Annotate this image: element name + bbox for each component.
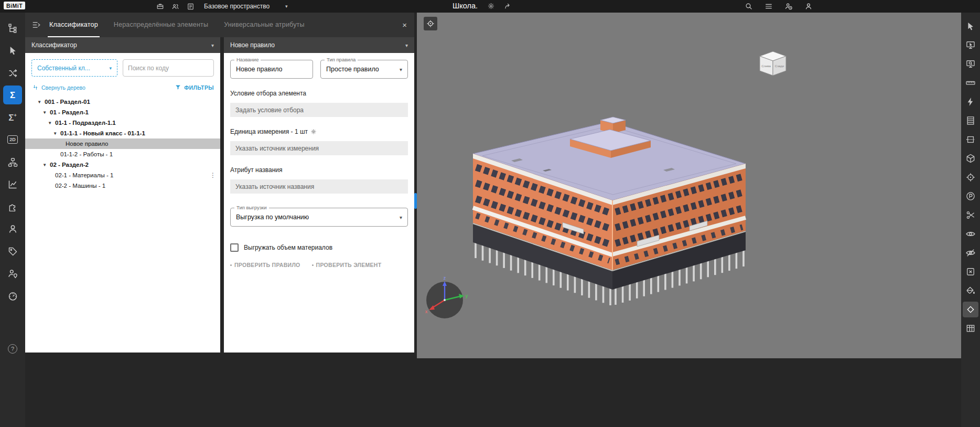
sidebar-structure-button[interactable] bbox=[3, 19, 22, 38]
tree-item[interactable]: ▾01 - Раздел-1 bbox=[25, 107, 220, 118]
paint-tool-button[interactable] bbox=[963, 283, 978, 298]
screen-zoom-tool-button[interactable] bbox=[963, 56, 978, 72]
sidebar-dashboard-button[interactable] bbox=[3, 286, 22, 305]
classifier-type-select[interactable]: Собственный кл... ▾ bbox=[31, 59, 117, 77]
classifier-panel-header[interactable]: Классификатор ▾ bbox=[25, 37, 220, 53]
model-cube-tool-button[interactable] bbox=[963, 151, 978, 166]
menu-icon[interactable] bbox=[764, 2, 773, 10]
classifier-panel-body: Собственный кл... ▾ Свернуть дерево ФИЛЬ… bbox=[25, 53, 220, 353]
briefcase-icon[interactable] bbox=[156, 3, 164, 10]
3d-viewport[interactable]: Слева Сзади z y x bbox=[417, 13, 961, 358]
code-search-input[interactable] bbox=[128, 65, 209, 72]
measure-tool-button[interactable] bbox=[963, 75, 978, 91]
check-element-button[interactable]: ПРОВЕРИТЬ ЭЛЕМЕНТ bbox=[312, 262, 382, 268]
table-tool-button[interactable] bbox=[963, 321, 978, 336]
locate-tool-button[interactable] bbox=[963, 169, 978, 185]
filters-button[interactable]: ФИЛЬТРЫ bbox=[175, 84, 214, 91]
select-tool-button[interactable] bbox=[963, 18, 978, 34]
hide-tool-button[interactable] bbox=[963, 245, 978, 261]
name-source-field[interactable]: Указать источник названия bbox=[230, 179, 408, 194]
row-menu-icon[interactable]: ⋮ bbox=[210, 172, 216, 179]
rule-type-select[interactable]: Тип правила Простое правило ▾ bbox=[320, 60, 408, 79]
user-history-icon[interactable] bbox=[784, 2, 793, 10]
rule-panel-body: Название Тип правила Простое правило ▾ У… bbox=[224, 53, 414, 353]
sidebar-scheme-button[interactable] bbox=[3, 153, 22, 172]
sidebar-tags-button[interactable] bbox=[3, 242, 22, 261]
focus-target-icon bbox=[426, 19, 435, 28]
sidebar-classifier-add-button[interactable]: Σ+ bbox=[3, 108, 22, 127]
materials-tool-button[interactable] bbox=[963, 302, 978, 317]
export-type-select[interactable]: Тип выгрузки Выгрузка по умолчанию ▾ bbox=[230, 208, 408, 227]
tree-item[interactable]: 02-1 - Материалы - 1⋮ bbox=[25, 170, 220, 180]
scrollbar-thumb[interactable] bbox=[414, 193, 417, 209]
sidebar-select-button[interactable] bbox=[3, 41, 22, 60]
tab-universal-attributes[interactable]: Универсальные атрибуты bbox=[216, 13, 313, 37]
clash-tool-button[interactable] bbox=[963, 94, 978, 110]
box-x-icon bbox=[965, 266, 976, 277]
tree-item[interactable]: ▾01-1-1 - Новый класс - 01-1-1 bbox=[25, 128, 220, 138]
app-logo[interactable]: BiMiT bbox=[4, 2, 25, 9]
account-icon[interactable] bbox=[804, 2, 813, 10]
classifier-type-value: Собственный кл... bbox=[37, 65, 90, 72]
unit-settings-gear-icon[interactable] bbox=[310, 129, 317, 135]
rule-name-field: Название bbox=[230, 60, 313, 79]
search-icon[interactable] bbox=[745, 2, 753, 10]
tab-classifier[interactable]: Классификатор bbox=[41, 13, 106, 37]
sidebar-classifier-button[interactable]: Σ bbox=[3, 86, 22, 104]
caret-down-icon[interactable]: ▾ bbox=[44, 162, 50, 167]
condition-field[interactable]: Задать условие отбора bbox=[230, 103, 408, 117]
caret-down-icon[interactable]: ▾ bbox=[54, 131, 60, 136]
unit-source-field[interactable]: Указать источник измерения bbox=[230, 141, 408, 155]
tree-item[interactable]: ▾02 - Раздел-2 bbox=[25, 159, 220, 170]
caret-down-icon[interactable]: ▾ bbox=[49, 120, 55, 125]
panel-menu-button[interactable] bbox=[31, 20, 41, 30]
check-rule-button[interactable]: ПРОВЕРИТЬ ПРАВИЛО bbox=[230, 262, 300, 268]
sidebar-plugins-button[interactable] bbox=[3, 197, 22, 216]
viewport-toolbar bbox=[961, 13, 980, 427]
tree-item[interactable]: ▾001 - Раздел-01 bbox=[25, 97, 220, 107]
focus-selection-button[interactable] bbox=[424, 17, 437, 30]
tree-item[interactable]: 01-1-2 - Работы - 1 bbox=[25, 149, 220, 159]
section-box-tool-button[interactable] bbox=[963, 132, 978, 147]
parking-tool-button[interactable] bbox=[963, 188, 978, 204]
close-icon[interactable]: × bbox=[402, 21, 407, 29]
caret-down-icon[interactable]: ▾ bbox=[38, 99, 45, 104]
gauge-icon bbox=[7, 291, 18, 302]
help-button[interactable]: ? bbox=[8, 344, 17, 354]
sidebar-charts-button[interactable] bbox=[3, 175, 22, 194]
screen-select-tool-button[interactable] bbox=[963, 37, 978, 53]
export-materials-checkbox[interactable] bbox=[230, 243, 239, 252]
tree-item[interactable]: 02-2 - Машины - 1 bbox=[25, 180, 220, 191]
deselect-tool-button[interactable] bbox=[963, 264, 978, 280]
rule-type-label: Тип правила bbox=[325, 57, 358, 62]
tree-structure-icon bbox=[7, 23, 18, 34]
sidebar-user-location-button[interactable] bbox=[3, 264, 22, 283]
cut-tool-button[interactable] bbox=[963, 207, 978, 223]
collapse-tree-link[interactable]: Свернуть дерево bbox=[32, 84, 85, 91]
sidebar-2d-button[interactable]: 2D bbox=[3, 130, 22, 149]
tag-icon bbox=[7, 246, 18, 257]
tree-item[interactable]: ▾01-1 - Подраздел-1.1 bbox=[25, 118, 220, 128]
classifier-panel: Классификатор ▾ Собственный кл... ▾ Свер… bbox=[25, 37, 220, 353]
users-icon[interactable] bbox=[171, 3, 179, 10]
share-icon[interactable] bbox=[504, 2, 512, 10]
puzzle-icon bbox=[7, 201, 18, 212]
view-cube[interactable]: Слева Сзади bbox=[760, 51, 786, 76]
rule-panel-header[interactable]: Новое правило ▾ bbox=[224, 37, 414, 53]
settings-gear-icon[interactable] bbox=[487, 2, 495, 10]
show-tool-button[interactable] bbox=[963, 226, 978, 242]
workspace-selector[interactable]: Базовое пространство ▾ bbox=[204, 3, 288, 10]
storeys-tool-button[interactable] bbox=[963, 113, 978, 129]
rule-name-input[interactable] bbox=[231, 66, 313, 73]
app-window: BiMiT Базовое пространство ▾ Школа. Σ Σ+… bbox=[0, 0, 980, 427]
tab-unallocated-elements[interactable]: Нераспределённые элементы bbox=[106, 13, 216, 37]
tree-item-selected[interactable]: Новое правило bbox=[25, 138, 220, 149]
sidebar-users-button[interactable] bbox=[3, 219, 22, 238]
sidebar-links-button[interactable] bbox=[3, 63, 22, 82]
building-model[interactable] bbox=[473, 117, 746, 305]
org-chart-icon bbox=[7, 157, 18, 168]
caret-down-icon[interactable]: ▾ bbox=[44, 110, 50, 115]
question-icon: ? bbox=[11, 346, 14, 352]
axis-gizmo[interactable]: z y x bbox=[425, 275, 468, 318]
document-icon[interactable] bbox=[187, 3, 195, 10]
